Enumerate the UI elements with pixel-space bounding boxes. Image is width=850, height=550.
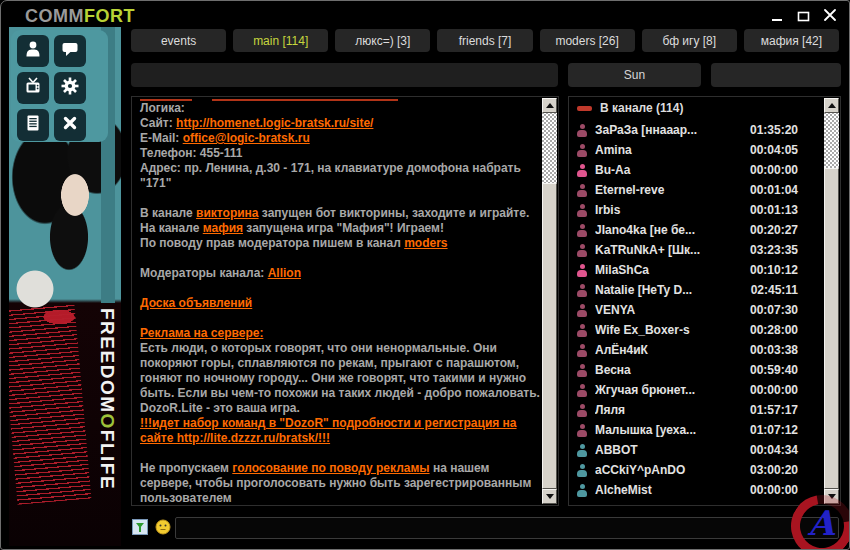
user-status-icon	[577, 124, 587, 137]
broadcast-button[interactable]	[17, 72, 49, 104]
chat-link[interactable]: moders	[404, 236, 447, 250]
chat-text: запущен бот викторины, заходите и играйт…	[259, 206, 530, 220]
chat-text: Телефон: 455-111	[140, 146, 243, 160]
message-input[interactable]	[175, 517, 839, 539]
user-row[interactable]: АлЁн4иК 00:03:38	[569, 340, 824, 360]
user-status-icon	[577, 244, 587, 257]
tab-main[interactable]: main [114]	[233, 29, 328, 52]
user-name: Irbis	[595, 203, 728, 217]
userlist-panel: В канале (114) ЗаРаЗа [ннааар... 01:35:2…	[568, 96, 841, 506]
emoticon-button[interactable]	[155, 519, 171, 535]
user-idle-time: 00:01:13	[736, 203, 798, 217]
user-row[interactable]: KaTRuNkA+ [Шк... 03:23:35	[569, 240, 824, 260]
user-row[interactable]: VENYA 00:07:30	[569, 300, 824, 320]
topic-bar[interactable]	[131, 63, 558, 87]
user-row[interactable]: Bu-Aa 00:00:00	[569, 160, 824, 180]
window-controls	[770, 8, 837, 22]
user-name: Eternel-reve	[595, 183, 728, 197]
chat-text: В канале	[140, 206, 196, 220]
watermark-letter-a: A	[808, 503, 834, 543]
maximize-button[interactable]	[796, 8, 811, 22]
user-row[interactable]: MilaShCa 00:10:12	[569, 260, 824, 280]
chat-link[interactable]: http://homenet.logic-bratsk.ru/site/	[176, 116, 373, 130]
chat-bubble-icon	[60, 39, 80, 63]
chat-line: Не пропускаем голосование по поводу рекл…	[140, 461, 540, 505]
user-row[interactable]: Жгучая брюнет... 00:00:00	[569, 380, 824, 400]
userlist-header-label: В канале (114)	[600, 101, 683, 115]
settings-button[interactable]	[54, 72, 86, 104]
user-row[interactable]: aCCkiY^pAnDO 03:00:20	[569, 460, 824, 480]
userlist-scroll-thumb[interactable]	[824, 168, 839, 489]
chat-button[interactable]	[54, 35, 86, 67]
user-row[interactable]: JIano4ka [не бе... 00:20:27	[569, 220, 824, 240]
chat-scroll-thumb[interactable]	[542, 183, 557, 489]
chat-link[interactable]: голосование по поводу рекламы	[232, 461, 429, 475]
user-row[interactable]: Amina 00:04:05	[569, 140, 824, 160]
user-row[interactable]: Малышка [уеха... 01:07:12	[569, 420, 824, 440]
chat-text: Не пропускаем	[140, 461, 232, 475]
user-row[interactable]: ЗаРаЗа [ннааар... 01:35:20	[569, 120, 824, 140]
user-row[interactable]: Ляля 01:57:17	[569, 400, 824, 420]
chat-link[interactable]: Доска объявлений	[140, 296, 252, 310]
user-name: ЗаРаЗа [ннааар...	[595, 123, 728, 137]
user-idle-time: 00:04:05	[736, 143, 798, 157]
tab-mafia[interactable]: мафия [42]	[744, 29, 839, 52]
chat-line	[140, 281, 540, 296]
user-name: АлЁн4иК	[595, 343, 728, 357]
scroll-up-button[interactable]	[542, 98, 557, 113]
exit-button[interactable]	[54, 109, 86, 141]
chat-line: В канале викторина запущен бот викторины…	[140, 206, 540, 221]
user-status-icon	[577, 184, 587, 197]
image-attach-button[interactable]	[132, 519, 148, 535]
image-icon	[132, 521, 148, 538]
chat-link[interactable]: мафия	[203, 221, 243, 235]
chat-link[interactable]: !!!идет набор команд в "DozoR" подробнос…	[140, 416, 517, 445]
minimize-button[interactable]	[770, 8, 785, 22]
user-name: VENYA	[595, 303, 728, 317]
close-button[interactable]	[822, 8, 837, 22]
chat-text: Логика:	[140, 101, 185, 115]
smiley-icon	[155, 521, 171, 538]
chat-area: Логика:Сайт: http://homenet.logic-bratsk…	[131, 96, 559, 506]
user-row[interactable]: Wife Ex_Boxer-s 00:28:00	[569, 320, 824, 340]
scroll-down-button[interactable]	[542, 489, 557, 504]
user-status-icon	[577, 464, 587, 477]
watermark-logo: A	[791, 495, 850, 550]
user-status-icon	[577, 404, 587, 417]
user-row[interactable]: Irbis 00:01:13	[569, 200, 824, 220]
user-row[interactable]: ABBOT 00:04:34	[569, 440, 824, 460]
user-idle-time: 01:57:17	[736, 403, 798, 417]
chat-scrollbar[interactable]	[542, 98, 557, 504]
user-idle-time: 00:01:04	[736, 183, 798, 197]
chat-text: Есть люди, о которых говорят, что они не…	[140, 341, 540, 415]
user-idle-time: 02:45:11	[736, 283, 798, 297]
user-row[interactable]: Eternel-reve 00:01:04	[569, 180, 824, 200]
sun-user-button[interactable]: Sun	[568, 63, 701, 87]
freedom-of-life-text: FREEDOMOFLIFE	[96, 308, 118, 490]
user-status-icon	[577, 424, 587, 437]
user-info-button[interactable]	[17, 35, 49, 67]
tab-lux[interactable]: люкс=) [3]	[335, 29, 430, 52]
chat-link[interactable]: викторина	[196, 206, 258, 220]
tab-friends[interactable]: friends [7]	[437, 29, 532, 52]
userlist-scrollbar[interactable]	[824, 98, 839, 504]
chat-line	[140, 446, 540, 461]
user-row[interactable]: AlcheMist 00:00:00	[569, 480, 824, 500]
chat-link[interactable]: Allion	[268, 266, 301, 280]
user-name: Bu-Aa	[595, 163, 728, 177]
chat-link[interactable]: office@logic-bratsk.ru	[183, 131, 310, 145]
empty-toolbar-button[interactable]	[711, 63, 841, 87]
chat-link[interactable]: Реклама на сервере:	[140, 326, 263, 340]
arrow-up-icon	[546, 103, 554, 108]
tab-events[interactable]: events	[131, 29, 226, 52]
chat-line: Сайт: http://homenet.logic-bratsk.ru/sit…	[140, 116, 540, 131]
user-idle-time: 00:59:40	[736, 363, 798, 377]
chat-text: Адрес: пр. Ленина, д.30 - 171, на клавиа…	[140, 161, 521, 190]
user-row[interactable]: Весна 00:59:40	[569, 360, 824, 380]
tab-moders[interactable]: moders [26]	[540, 29, 635, 52]
tab-bf-igu[interactable]: бф игу [8]	[642, 29, 737, 52]
scroll-up-button[interactable]	[824, 98, 839, 113]
log-button[interactable]	[17, 109, 49, 141]
user-row[interactable]: Natalie [HeTy D... 02:45:11	[569, 280, 824, 300]
user-name: MilaShCa	[595, 263, 728, 277]
